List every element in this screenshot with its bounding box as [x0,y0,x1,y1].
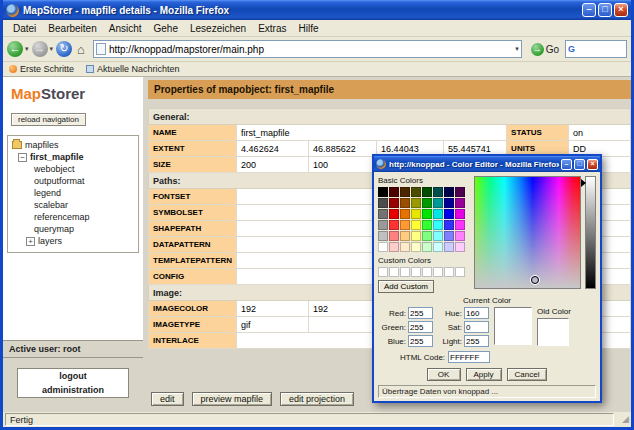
bookmark-erste-schritte[interactable]: Erste Schritte [9,64,74,74]
dialog-maximize-button[interactable]: □ [574,159,585,170]
menu-item-ansicht[interactable]: Ansicht [103,22,148,35]
picker-crosshair-icon[interactable] [531,276,539,284]
palette-color-cell[interactable] [433,209,443,219]
palette-color-cell[interactable] [400,220,410,230]
palette-color-cell[interactable] [455,198,465,208]
edit-button[interactable]: edit [151,392,184,406]
palette-color-cell[interactable] [444,209,454,219]
window-titlebar[interactable]: MapStorer - mapfile details - Mozilla Fi… [3,0,631,20]
home-button[interactable]: ⌂ [75,42,87,57]
palette-color-cell[interactable] [378,198,388,208]
add-custom-button[interactable]: Add Custom [378,280,434,293]
palette-color-cell[interactable] [378,220,388,230]
palette-color-cell[interactable] [411,187,421,197]
red-input[interactable] [408,307,433,319]
ok-button[interactable]: OK [427,368,461,381]
url-dropdown-icon[interactable]: ▾ [515,45,519,53]
tree-item-scalebar[interactable]: scalebar [12,199,136,211]
palette-color-cell[interactable] [433,267,443,277]
palette-color-cell[interactable] [422,220,432,230]
html-code-input[interactable] [448,351,490,363]
palette-color-cell[interactable] [444,198,454,208]
palette-color-cell[interactable] [444,187,454,197]
tree-item-first-mapfile[interactable]: − first_mapfile [12,151,136,163]
forward-button[interactable]: → [32,41,48,57]
palette-color-cell[interactable] [455,209,465,219]
bookmark-aktuelle-nachrichten[interactable]: Aktuelle Nachrichten [86,64,180,74]
palette-color-cell[interactable] [400,242,410,252]
palette-color-cell[interactable] [378,231,388,241]
search-input[interactable] [577,44,624,54]
tree-item-webobject[interactable]: webobject [12,163,136,175]
menu-item-lesezeichen[interactable]: Lesezeichen [184,22,252,35]
palette-color-cell[interactable] [411,209,421,219]
minimize-button[interactable]: – [582,3,596,17]
tree-item-referencemap[interactable]: referencemap [12,211,136,223]
palette-color-cell[interactable] [389,267,399,277]
palette-color-cell[interactable] [389,198,399,208]
expand-icon[interactable]: + [26,237,35,246]
sat-input[interactable] [464,321,489,333]
palette-color-cell[interactable] [400,209,410,219]
reload-button[interactable]: ↻ [56,41,72,57]
palette-color-cell[interactable] [422,209,432,219]
close-button[interactable]: × [614,3,628,17]
palette-color-cell[interactable] [389,242,399,252]
lightness-slider[interactable] [585,176,596,289]
palette-color-cell[interactable] [422,242,432,252]
palette-color-cell[interactable] [433,187,443,197]
logout-button[interactable]: logout [18,369,128,383]
tree-item-outputformat[interactable]: outputformat [12,175,136,187]
tree-item-querymap[interactable]: querymap [12,223,136,235]
palette-color-cell[interactable] [400,187,410,197]
palette-color-cell[interactable] [433,242,443,252]
light-input[interactable] [464,335,489,347]
palette-color-cell[interactable] [433,198,443,208]
reload-navigation-button[interactable]: reload navigation [11,113,86,126]
palette-color-cell[interactable] [444,220,454,230]
url-input[interactable] [109,44,516,55]
palette-color-cell[interactable] [389,187,399,197]
palette-color-cell[interactable] [389,220,399,230]
tree-item-mapfiles[interactable]: mapfiles [12,139,136,151]
palette-color-cell[interactable] [378,187,388,197]
palette-color-cell[interactable] [389,231,399,241]
green-input[interactable] [408,321,433,333]
palette-color-cell[interactable] [378,209,388,219]
palette-color-cell[interactable] [411,220,421,230]
tree-item-legend[interactable]: legend [12,187,136,199]
palette-color-cell[interactable] [455,267,465,277]
go-button[interactable]: → Go [528,43,562,56]
palette-color-cell[interactable] [378,242,388,252]
palette-color-cell[interactable] [411,242,421,252]
dialog-titlebar[interactable]: http://knoppad - Color Editor - Mozilla … [374,156,600,172]
dialog-close-button[interactable]: × [587,159,598,170]
palette-color-cell[interactable] [411,198,421,208]
palette-color-cell[interactable] [433,231,443,241]
palette-color-cell[interactable] [444,267,454,277]
blue-input[interactable] [408,335,433,347]
menu-item-bearbeiten[interactable]: Bearbeiten [42,22,102,35]
palette-color-cell[interactable] [455,220,465,230]
palette-color-cell[interactable] [422,187,432,197]
palette-color-cell[interactable] [422,267,432,277]
palette-color-cell[interactable] [422,231,432,241]
menu-item-extras[interactable]: Extras [252,22,292,35]
palette-color-cell[interactable] [378,267,388,277]
maximize-button[interactable]: □ [598,3,612,17]
palette-color-cell[interactable] [455,187,465,197]
forward-dropdown-icon[interactable]: ▾ [50,45,54,53]
edit-projection-button[interactable]: edit projection [280,392,354,406]
cancel-button[interactable]: Cancel [507,368,548,381]
palette-color-cell[interactable] [400,231,410,241]
slider-handle-icon[interactable] [581,179,586,187]
hue-input[interactable] [464,307,489,319]
palette-color-cell[interactable] [400,267,410,277]
preview-mapfile-button[interactable]: preview mapfile [192,392,273,406]
back-button[interactable]: ← [7,41,23,57]
palette-color-cell[interactable] [433,220,443,230]
menu-item-gehe[interactable]: Gehe [148,22,184,35]
menu-item-datei[interactable]: Datei [7,22,42,35]
palette-color-cell[interactable] [422,198,432,208]
palette-color-cell[interactable] [444,231,454,241]
